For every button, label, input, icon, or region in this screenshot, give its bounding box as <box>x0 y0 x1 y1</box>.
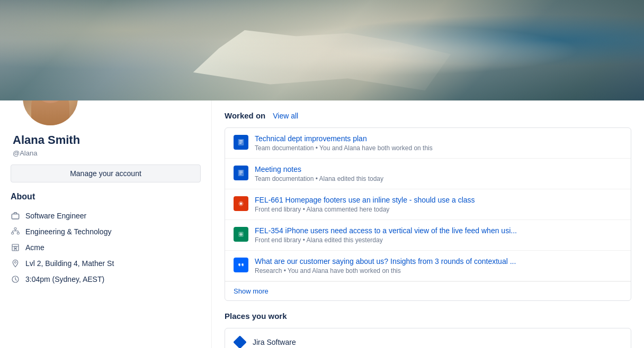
company-text: Acme <box>25 243 44 252</box>
about-item-time: 3:04pm (Sydney, AEST) <box>11 271 201 287</box>
work-item[interactable]: FEL-661 Homepage footers use an inline s… <box>225 189 631 220</box>
svg-rect-4 <box>12 244 19 251</box>
svg-rect-3 <box>17 232 19 234</box>
sidebar: Alana Smith @Alana Manage your account A… <box>0 100 212 348</box>
time-text: 3:04pm (Sydney, AEST) <box>25 275 104 283</box>
svg-rect-9 <box>238 170 244 176</box>
main-content: Worked on View all Technical dept improv… <box>212 100 644 348</box>
work-item[interactable]: FEL-354 iPhone users need access to a ve… <box>225 220 631 251</box>
work-item-meta: Team documentation • You and Alana have … <box>255 144 622 152</box>
work-item-meta: Team documentation • Alana edited this t… <box>255 175 622 182</box>
place-name: Jira Software <box>253 338 296 346</box>
jira-diamond-icon <box>233 335 246 348</box>
work-item-icon-issue-red <box>234 196 248 211</box>
work-item-content: What are our customer saying about us? I… <box>255 257 622 274</box>
about-title: About <box>11 192 201 202</box>
work-item[interactable]: Meeting notes Team documentation • Alana… <box>225 159 631 189</box>
work-item[interactable]: What are our customer saying about us? I… <box>225 251 631 281</box>
about-section: About Software Engineer <box>11 192 201 287</box>
user-name: Alana Smith <box>11 133 201 147</box>
work-item-icon-quote <box>234 258 248 272</box>
work-item-title: What are our customer saying about us? I… <box>255 257 622 265</box>
work-item-meta: Front end library • Alana edited this ye… <box>255 236 622 244</box>
svg-rect-1 <box>14 228 16 230</box>
svg-point-11 <box>240 203 242 205</box>
svg-point-6 <box>14 261 16 263</box>
department-text: Engineering & Technology <box>25 227 111 236</box>
show-more-button[interactable]: Show more <box>225 281 631 300</box>
page-layout: Alana Smith @Alana Manage your account A… <box>0 100 644 348</box>
work-item-meta: Research • You and Alana have both worke… <box>255 267 622 274</box>
job-title-text: Software Engineer <box>25 212 86 220</box>
work-item-title: FEL-661 Homepage footers use an inline s… <box>255 196 622 204</box>
places-title: Places you work <box>225 312 287 320</box>
building-icon <box>11 243 20 252</box>
avatar <box>21 100 79 127</box>
work-item-icon-doc <box>234 166 248 180</box>
svg-rect-8 <box>238 139 244 145</box>
svg-rect-5 <box>15 248 16 250</box>
about-item-department: Engineering & Technology <box>11 224 201 240</box>
work-item-content: Technical dept improvements plan Team do… <box>255 134 622 152</box>
work-item-meta: Front end library • Alana commented here… <box>255 206 622 213</box>
work-item-content: Meeting notes Team documentation • Alana… <box>255 165 622 182</box>
about-item-job-title: Software Engineer <box>11 208 201 224</box>
briefcase-icon <box>11 211 20 221</box>
avatar-wrapper <box>21 100 201 127</box>
manage-account-button[interactable]: Manage your account <box>11 164 201 182</box>
svg-rect-2 <box>12 232 14 234</box>
view-all-link[interactable]: View all <box>273 112 298 120</box>
location-icon <box>11 259 20 268</box>
work-item-icon-doc <box>234 135 248 150</box>
work-item-icon-issue-teal <box>234 227 248 242</box>
user-handle: @Alana <box>11 149 201 157</box>
work-item-content: FEL-354 iPhone users need access to a ve… <box>255 226 622 244</box>
clock-icon <box>11 274 20 284</box>
worked-on-card: Technical dept improvements plan Team do… <box>225 127 631 301</box>
work-item-content: FEL-661 Homepage footers use an inline s… <box>255 196 622 213</box>
work-item[interactable]: Technical dept improvements plan Team do… <box>225 128 631 159</box>
work-item-title: Meeting notes <box>255 165 622 173</box>
org-chart-icon <box>11 227 20 236</box>
about-item-company: Acme <box>11 240 201 255</box>
jira-icon <box>234 336 246 348</box>
places-header: Places you work <box>225 312 631 320</box>
places-section: Places you work Jira Software <box>225 312 631 348</box>
worked-on-header: Worked on View all <box>225 111 631 120</box>
places-card: Jira Software <box>225 328 631 348</box>
svg-rect-0 <box>12 214 19 219</box>
cover-photo <box>0 0 644 100</box>
work-item-title: Technical dept improvements plan <box>255 134 622 143</box>
place-item[interactable]: Jira Software <box>225 328 631 348</box>
work-item-title: FEL-354 iPhone users need access to a ve… <box>255 226 622 235</box>
worked-on-title: Worked on <box>225 111 265 120</box>
location-text: Lvl 2, Building 4, Mather St <box>25 259 114 268</box>
about-item-location: Lvl 2, Building 4, Mather St <box>11 255 201 271</box>
